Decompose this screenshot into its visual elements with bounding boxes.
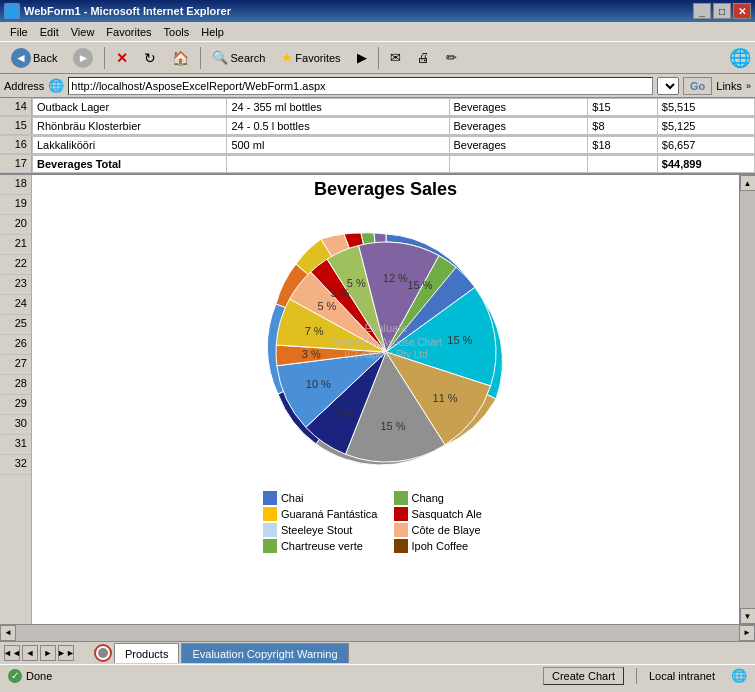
address-input[interactable] — [68, 77, 653, 95]
ie-logo: 🌐 — [729, 47, 751, 69]
tab-special-button[interactable] — [94, 644, 112, 662]
cell-total-empty2 — [449, 156, 588, 173]
menu-tools[interactable]: Tools — [158, 24, 196, 40]
data-table: Outback Lager 24 - 355 ml bottles Bevera… — [32, 98, 755, 116]
chart-content: Evaluate Created by Aspose.Chart (C) Asp… — [36, 204, 735, 553]
stop-button[interactable]: ✕ — [109, 45, 135, 71]
address-dropdown[interactable] — [657, 77, 679, 95]
row-num-28: 28 — [0, 375, 31, 395]
zone-text: Local intranet — [649, 670, 715, 682]
cell-cat-14: Beverages — [449, 99, 588, 116]
window-title: WebForm1 - Microsoft Internet Explorer — [24, 5, 693, 17]
h-scroll-track[interactable] — [16, 625, 739, 641]
tab-evaluation[interactable]: Evaluation Copyright Warning — [181, 643, 348, 663]
cell-total-value: $44,899 — [657, 156, 754, 173]
legend-label-cote: Côte de Blaye — [412, 524, 481, 536]
vertical-scrollbar[interactable]: ▲ ▼ — [739, 175, 755, 624]
favorites-icon: ★ — [281, 50, 293, 65]
menu-file[interactable]: File — [4, 24, 34, 40]
legend-item-guarana: Guaraná Fantástica — [263, 507, 378, 521]
window-controls: _ □ ✕ — [693, 3, 751, 19]
stop-icon: ✕ — [116, 50, 128, 66]
legend-item-chai: Chai — [263, 491, 378, 505]
cell-product-15: Rhönbräu Klosterbier — [33, 118, 227, 135]
cell-cat-15: Beverages — [449, 118, 588, 135]
row-num-18: 18 — [0, 175, 31, 195]
watermark-2: Created by Aspose.Chart — [330, 337, 442, 348]
legend-label-steeleye: Steeleye Stout — [281, 524, 353, 536]
status-section: ✓ Done — [8, 669, 535, 683]
go-button[interactable]: Go — [683, 77, 712, 95]
pie-label-5: 10 % — [305, 378, 330, 390]
legend-color-sasquatch — [394, 507, 408, 521]
toolbar-separator-1 — [104, 47, 105, 69]
tab-prev-button[interactable]: ◄ — [22, 645, 38, 661]
forward-icon: ► — [73, 48, 93, 68]
row-num-23: 23 — [0, 275, 31, 295]
back-button[interactable]: ◄ Back — [4, 45, 64, 71]
mail-button[interactable]: ✉ — [383, 45, 408, 71]
toolbar-separator-2 — [200, 47, 201, 69]
chart-body: Beverages Sales — [32, 175, 739, 624]
scroll-track[interactable] — [740, 191, 756, 608]
zone-icon: 🌐 — [731, 668, 747, 683]
address-icon: 🌐 — [48, 78, 64, 93]
legend-color-guarana — [263, 507, 277, 521]
menu-edit[interactable]: Edit — [34, 24, 65, 40]
tab-next-button[interactable]: ► — [40, 645, 56, 661]
maximize-button[interactable]: □ — [713, 3, 731, 19]
refresh-button[interactable]: ↻ — [137, 45, 163, 71]
status-separator — [636, 668, 637, 684]
address-bar: Address 🌐 Go Links » — [0, 74, 755, 98]
forward-button[interactable]: ► — [66, 45, 100, 71]
media-button[interactable]: ▶ — [350, 45, 374, 71]
table-row-15: 15 Rhönbräu Klosterbier 24 - 0.5 l bottl… — [0, 117, 755, 136]
tab-first-button[interactable]: ◄◄ — [4, 645, 20, 661]
cell-total-empty3 — [588, 156, 657, 173]
tab-last-button[interactable]: ►► — [58, 645, 74, 661]
create-chart-button[interactable]: Create Chart — [543, 667, 624, 685]
action-bar: ✓ Done Create Chart Local intranet 🌐 — [0, 664, 755, 686]
cell-qty-16: 500 ml — [227, 137, 449, 154]
row-num-25: 25 — [0, 315, 31, 335]
tab-products[interactable]: Products — [114, 643, 179, 663]
close-button[interactable]: ✕ — [733, 3, 751, 19]
row-num-26: 26 — [0, 335, 31, 355]
cell-qty-14: 24 - 355 ml bottles — [227, 99, 449, 116]
links-label[interactable]: Links — [716, 80, 742, 92]
chart-section: 18 19 20 21 22 23 24 25 26 27 28 29 30 3… — [0, 175, 755, 624]
edit-button[interactable]: ✏ — [439, 45, 464, 71]
row-num-32: 32 — [0, 455, 31, 475]
row-num-15: 15 — [0, 117, 32, 135]
scroll-up-button[interactable]: ▲ — [740, 175, 756, 191]
edit-icon: ✏ — [446, 50, 457, 65]
legend-color-steeleye — [263, 523, 277, 537]
menu-help[interactable]: Help — [195, 24, 230, 40]
scroll-right-button[interactable]: ► — [739, 625, 755, 641]
legend-label-ipoh: Ipoh Coffee — [412, 540, 469, 552]
toolbar-separator-3 — [378, 47, 379, 69]
legend-item-sasquatch: Sasquatch Ale — [394, 507, 509, 521]
minimize-button[interactable]: _ — [693, 3, 711, 19]
legend-color-ipoh — [394, 539, 408, 553]
scroll-left-button[interactable]: ◄ — [0, 625, 16, 641]
row-num-17: 17 — [0, 155, 32, 173]
print-button[interactable]: 🖨 — [410, 45, 437, 71]
menu-favorites[interactable]: Favorites — [100, 24, 157, 40]
scroll-down-button[interactable]: ▼ — [740, 608, 756, 624]
menu-view[interactable]: View — [65, 24, 101, 40]
cell-product-16: Lakkalikööri — [33, 137, 227, 154]
horizontal-scrollbar[interactable]: ◄ ► — [0, 624, 755, 640]
table-row: Outback Lager 24 - 355 ml bottles Bevera… — [33, 99, 755, 116]
home-button[interactable]: 🏠 — [165, 45, 196, 71]
favorites-button[interactable]: ★ Favorites — [274, 45, 347, 71]
pie-label-11: 12 % — [382, 272, 407, 284]
pie-label-8: 5 % — [317, 300, 336, 312]
row-num-27: 27 — [0, 355, 31, 375]
search-button[interactable]: 🔍 Search — [205, 45, 272, 71]
toolbar: ◄ Back ► ✕ ↻ 🏠 🔍 Search ★ Favorites ▶ ✉ … — [0, 42, 755, 74]
back-label: Back — [33, 52, 57, 64]
row-num-30: 30 — [0, 415, 31, 435]
search-label: Search — [230, 52, 265, 64]
watermark-3: (C) Aspose Pty Ltd — [344, 349, 427, 360]
